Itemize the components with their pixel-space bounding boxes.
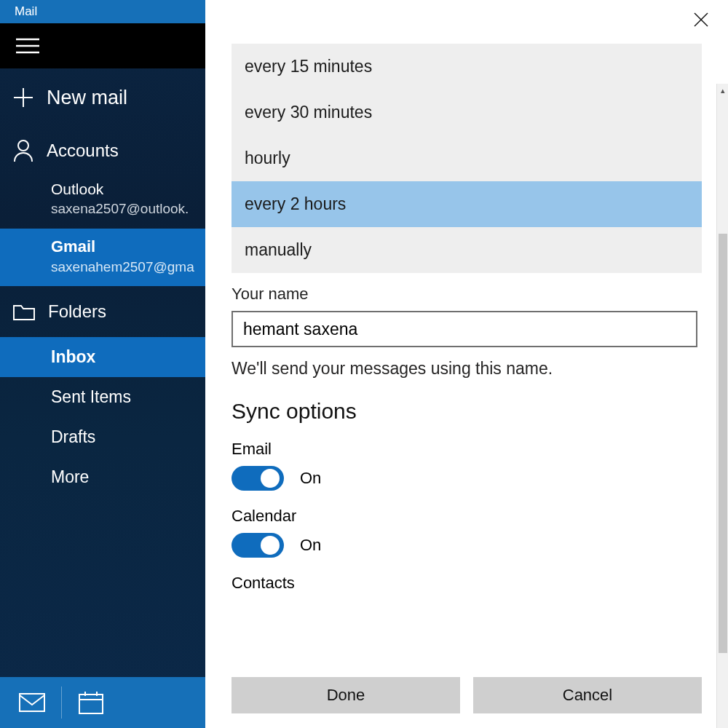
option-label: every 15 minutes <box>245 57 372 76</box>
folder-sent-items[interactable]: Sent Items <box>0 377 205 417</box>
svg-rect-6 <box>20 694 44 711</box>
folder-label: Drafts <box>51 427 95 446</box>
folder-more[interactable]: More <box>0 457 205 497</box>
button-bar: Done Cancel <box>205 668 728 728</box>
option-every-2-hours[interactable]: every 2 hours <box>232 181 702 227</box>
calendar-view-button[interactable] <box>69 681 113 724</box>
hamburger-button[interactable] <box>0 23 205 68</box>
sync-calendar-row: Calendar On <box>232 507 702 558</box>
option-label: manually <box>245 240 312 259</box>
folder-drafts[interactable]: Drafts <box>0 417 205 457</box>
accounts-header[interactable]: Accounts <box>0 127 205 175</box>
sync-contacts-row: Contacts <box>232 574 702 593</box>
close-button[interactable] <box>693 12 709 32</box>
option-label: every 2 hours <box>245 194 346 213</box>
accounts-label: Accounts <box>47 141 119 161</box>
person-icon <box>13 139 33 162</box>
account-email: saxenahem2507@gma <box>51 258 205 277</box>
your-name-help: We'll send your messages using this name… <box>232 359 702 379</box>
option-manually[interactable]: manually <box>232 227 702 273</box>
close-icon <box>693 12 709 28</box>
option-every-30-minutes[interactable]: every 30 minutes <box>232 90 702 135</box>
account-name: Gmail <box>51 236 205 258</box>
settings-pane: every 15 minutes every 30 minutes hourly… <box>205 0 728 728</box>
option-label: every 30 minutes <box>245 103 372 122</box>
new-mail-label: New mail <box>47 87 127 109</box>
calendar-icon <box>79 691 103 714</box>
folder-icon <box>13 303 35 320</box>
button-label: Done <box>327 686 365 704</box>
folder-label: Sent Items <box>51 387 131 406</box>
folder-label: More <box>51 467 89 486</box>
svg-rect-7 <box>79 695 103 713</box>
account-gmail[interactable]: Gmail saxenahem2507@gma <box>0 229 205 286</box>
folders-header[interactable]: Folders <box>0 286 205 337</box>
account-name: Outlook <box>51 179 205 199</box>
sidebar: Mail New mail Accounts Outlook saxena250… <box>0 0 205 728</box>
divider <box>61 687 62 719</box>
option-every-15-minutes[interactable]: every 15 minutes <box>232 44 702 90</box>
settings-body: Your name We'll send your messages using… <box>205 273 728 668</box>
scrollbar[interactable]: ▴ <box>716 84 728 728</box>
new-mail-button[interactable]: New mail <box>0 68 205 127</box>
sync-email-toggle[interactable] <box>232 466 284 491</box>
account-email: saxena2507@outlook. <box>51 199 205 218</box>
your-name-input[interactable] <box>232 311 697 347</box>
cancel-button[interactable]: Cancel <box>473 677 702 713</box>
scroll-up-arrow[interactable]: ▴ <box>717 84 728 97</box>
sync-contacts-label: Contacts <box>232 574 702 593</box>
sync-email-row: Email On <box>232 440 702 491</box>
sync-options-header: Sync options <box>232 399 702 424</box>
titlebar: Mail <box>0 0 205 23</box>
mail-icon <box>19 693 45 712</box>
toggle-knob <box>261 469 280 488</box>
bottom-bar <box>0 677 205 728</box>
plus-icon <box>13 87 33 108</box>
scroll-thumb[interactable] <box>719 234 727 653</box>
toggle-knob <box>261 536 280 555</box>
sync-calendar-label: Calendar <box>232 507 702 526</box>
sync-calendar-toggle[interactable] <box>232 533 284 558</box>
app-title: Mail <box>15 4 37 19</box>
mail-view-button[interactable] <box>10 681 54 724</box>
sync-interval-dropdown[interactable]: every 15 minutes every 30 minutes hourly… <box>232 44 702 273</box>
option-label: hourly <box>245 149 290 167</box>
done-button[interactable]: Done <box>232 677 460 713</box>
your-name-label: Your name <box>232 285 702 304</box>
sync-email-state: On <box>300 469 321 488</box>
button-label: Cancel <box>563 686 612 704</box>
option-hourly[interactable]: hourly <box>232 135 702 181</box>
folder-inbox[interactable]: Inbox <box>0 337 205 377</box>
sync-email-label: Email <box>232 440 702 459</box>
folders-label: Folders <box>48 301 106 322</box>
folder-label: Inbox <box>51 347 95 366</box>
account-outlook[interactable]: Outlook saxena2507@outlook. <box>0 175 205 229</box>
hamburger-icon <box>16 37 39 55</box>
svg-point-5 <box>18 141 28 151</box>
sync-calendar-state: On <box>300 536 321 555</box>
